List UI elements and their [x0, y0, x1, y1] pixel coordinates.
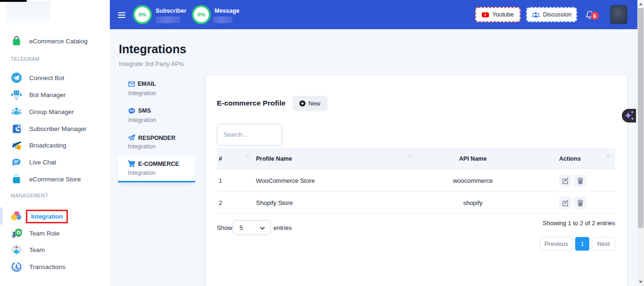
svg-text:SMS: SMS — [130, 110, 134, 112]
svg-text:1: 1 — [17, 145, 20, 150]
